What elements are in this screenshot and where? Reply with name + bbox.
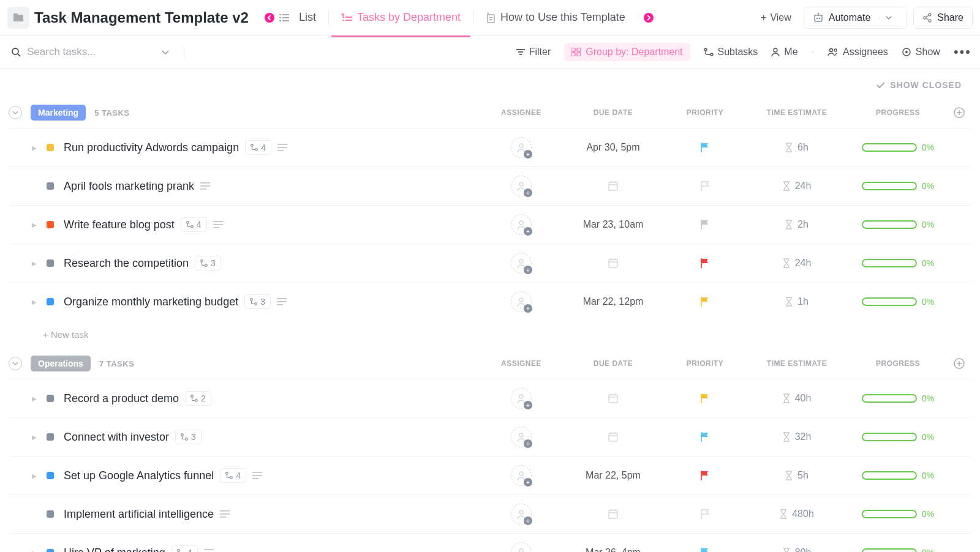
due-date-cell[interactable] (561, 431, 665, 442)
task-name[interactable]: Research the competition (64, 257, 189, 270)
subtask-count-badge[interactable]: 3 (175, 430, 202, 444)
col-time-estimate[interactable]: TIME ESTIMATE (745, 108, 849, 117)
show-button[interactable]: Show (902, 47, 940, 58)
task-name[interactable]: Write feature blog post (64, 218, 175, 231)
me-button[interactable]: Me (771, 47, 797, 58)
due-date-cell[interactable] (561, 258, 665, 269)
collapse-group-button[interactable] (9, 106, 22, 119)
time-estimate-cell[interactable]: 32h (745, 431, 849, 442)
col-due-date[interactable]: DUE DATE (561, 108, 665, 117)
task-name[interactable]: Run productivity Adwords campaign (64, 141, 239, 154)
time-estimate-cell[interactable]: 40h (745, 393, 849, 404)
time-estimate-cell[interactable]: 80h (745, 547, 849, 552)
due-date-cell[interactable]: Mar 26, 4pm (561, 547, 665, 552)
assignee-cell[interactable]: + (481, 504, 561, 524)
status-dot[interactable] (47, 298, 54, 305)
task-name[interactable]: Record a product demo (64, 392, 179, 405)
col-progress[interactable]: PROGRESS (849, 108, 947, 117)
progress-cell[interactable]: 0% (849, 393, 947, 403)
expand-caret[interactable]: ▶ (32, 550, 40, 553)
task-row[interactable]: ▶ Implement artificial intelligence + (9, 494, 971, 533)
time-estimate-cell[interactable]: 480h (745, 509, 849, 520)
time-estimate-cell[interactable]: 1h (745, 296, 849, 307)
due-date-cell[interactable] (561, 393, 665, 404)
expand-caret[interactable]: ▶ (32, 299, 40, 305)
filter-button[interactable]: Filter (516, 47, 551, 58)
status-dot[interactable] (47, 221, 54, 228)
status-dot[interactable] (47, 144, 54, 151)
share-button[interactable]: Share (913, 7, 973, 29)
assignee-cell[interactable]: + (481, 291, 561, 312)
assign-avatar-placeholder[interactable]: + (511, 137, 532, 158)
priority-cell[interactable] (665, 296, 745, 307)
due-date-cell[interactable]: Mar 23, 10am (561, 219, 665, 230)
status-dot[interactable] (47, 182, 54, 190)
progress-cell[interactable]: 0% (849, 509, 947, 519)
assignee-cell[interactable]: + (481, 542, 561, 552)
priority-cell[interactable] (665, 219, 745, 230)
task-row[interactable]: ▶ Set up Google Analytics funnel 4 + Mar… (9, 456, 971, 494)
priority-cell[interactable] (665, 258, 745, 269)
new-task-button[interactable]: + New task (9, 321, 971, 340)
progress-cell[interactable]: 0% (849, 143, 947, 152)
add-column-button[interactable] (947, 358, 971, 369)
task-name[interactable]: Set up Google Analytics funnel (64, 469, 214, 482)
search-caret[interactable] (162, 50, 169, 54)
search-input[interactable] (27, 46, 149, 58)
task-row[interactable]: ▶ Connect with investor 3 + (9, 417, 971, 456)
assign-avatar-placeholder[interactable]: + (511, 504, 532, 524)
collapse-group-button[interactable] (9, 357, 22, 370)
expand-caret[interactable]: ▶ (32, 222, 40, 228)
task-row[interactable]: ▶ April fools marketing prank + (9, 166, 971, 205)
expand-caret[interactable]: ▶ (32, 395, 40, 402)
group-name-badge[interactable]: Marketing (31, 105, 86, 121)
expand-caret[interactable]: ▶ (32, 260, 40, 267)
due-date-cell[interactable] (561, 509, 665, 520)
assign-avatar-placeholder[interactable]: + (511, 253, 532, 274)
progress-cell[interactable]: 0% (849, 297, 947, 307)
time-estimate-cell[interactable]: 5h (745, 470, 849, 481)
assign-avatar-placeholder[interactable]: + (511, 427, 532, 447)
col-assignee[interactable]: ASSIGNEE (481, 108, 561, 117)
subtask-count-badge[interactable]: 4 (220, 468, 246, 483)
more-menu[interactable]: ••• (954, 44, 971, 60)
tab-how-to-use[interactable]: How to Use this Template (476, 6, 635, 29)
due-date-cell[interactable]: Apr 30, 5pm (561, 142, 665, 153)
add-column-button[interactable] (947, 107, 971, 118)
due-date-cell[interactable]: Mar 22, 12pm (561, 296, 665, 307)
subtask-count-badge[interactable]: 4 (172, 545, 198, 552)
status-dot[interactable] (47, 259, 54, 267)
assign-avatar-placeholder[interactable]: + (511, 214, 532, 235)
status-dot[interactable] (47, 510, 54, 518)
task-name[interactable]: Connect with investor (64, 431, 169, 444)
task-row[interactable]: ▶ Research the competition 3 + (9, 244, 971, 282)
col-priority[interactable]: PRIORITY (665, 359, 745, 368)
priority-cell[interactable] (665, 470, 745, 481)
group-by-button[interactable]: Group by: Department (564, 43, 690, 61)
time-estimate-cell[interactable]: 24h (745, 258, 849, 269)
tab-prev-arrow[interactable] (262, 10, 277, 25)
status-dot[interactable] (47, 472, 54, 479)
assignee-cell[interactable]: + (481, 176, 561, 196)
progress-cell[interactable]: 0% (849, 432, 947, 442)
expand-caret[interactable]: ▶ (32, 434, 40, 441)
priority-cell[interactable] (665, 431, 745, 442)
task-row[interactable]: ▶ Record a product demo 2 + (9, 379, 971, 417)
add-view-button[interactable]: + View (755, 7, 797, 28)
priority-cell[interactable] (665, 142, 745, 153)
tab-list[interactable]: List (289, 6, 326, 29)
subtask-count-badge[interactable]: 3 (195, 256, 221, 270)
col-time-estimate[interactable]: TIME ESTIMATE (745, 359, 849, 368)
due-date-cell[interactable]: Mar 22, 5pm (561, 470, 665, 481)
progress-cell[interactable]: 0% (849, 471, 947, 480)
task-name[interactable]: Implement artificial intelligence (64, 508, 214, 521)
col-assignee[interactable]: ASSIGNEE (481, 359, 561, 368)
task-name[interactable]: Organize monthly marketing budget (64, 296, 238, 308)
col-due-date[interactable]: DUE DATE (561, 359, 665, 368)
expand-caret[interactable]: ▶ (32, 144, 40, 151)
subtask-count-badge[interactable]: 2 (185, 391, 211, 406)
time-estimate-cell[interactable]: 24h (745, 181, 849, 192)
automate-button[interactable]: Automate (804, 7, 907, 29)
automate-caret[interactable] (879, 16, 898, 20)
subtasks-button[interactable]: Subtasks (704, 47, 758, 58)
